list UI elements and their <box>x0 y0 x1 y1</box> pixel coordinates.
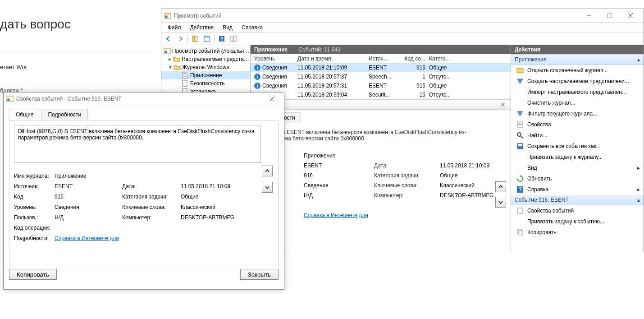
window-controls <box>579 9 641 22</box>
action-item[interactable]: Сохранить все события как... <box>511 141 644 152</box>
folder-icon <box>174 64 181 71</box>
col-id[interactable]: Код со... <box>404 55 425 62</box>
tree-log-application[interactable]: Приложение <box>161 71 250 79</box>
action-item[interactable]: Открыть сохраненный журнал... <box>511 65 644 76</box>
nav-down-button[interactable] <box>262 182 273 193</box>
action-item[interactable]: Фильтр текущего журнала... <box>511 108 644 119</box>
menu-help[interactable]: Справка <box>238 23 266 32</box>
actions-group-application[interactable]: Приложение ▴ <box>511 55 644 65</box>
svg-rect-17 <box>183 72 187 79</box>
action-icon <box>516 143 524 150</box>
chevron-down-icon[interactable]: ▾ <box>168 64 173 70</box>
cell-level: iСведения <box>254 83 294 89</box>
copy-button[interactable]: Копировать <box>9 269 57 280</box>
event-viewer-icon <box>164 47 171 55</box>
cell-id: 15 <box>404 92 425 98</box>
bg-separator <box>0 52 151 52</box>
properties-titlebar[interactable]: Свойства событий - Событие 916, ESENT <box>4 92 284 105</box>
cell-source: Securit... <box>369 92 400 98</box>
tree-root[interactable]: Просмотр событий (Локальный <box>161 47 250 55</box>
actions-scroll[interactable]: Приложение ▴ Открыть сохраненный журнал.… <box>511 54 644 252</box>
properties-button[interactable] <box>201 33 212 44</box>
tree-log-security-label: Безопасность <box>190 80 225 87</box>
grid-header-row[interactable]: Уровень Дата и время Источ... Код со... … <box>251 54 511 63</box>
svg-rect-1 <box>164 13 171 14</box>
table-row[interactable]: iСведения11.05.2018 21:10:09ESENT916Общи… <box>251 63 511 72</box>
event-viewer-icon <box>6 95 14 102</box>
properties-panel: DllHost (9076,G,0) В ESENT включена бета… <box>9 120 279 265</box>
properties-tab-general[interactable]: Общие <box>9 109 40 120</box>
action-item[interactable]: Обновить <box>511 173 644 184</box>
preview-nav <box>495 181 506 208</box>
actions-group-event[interactable]: Событие 916, ESENT ▴ <box>511 195 644 205</box>
info-icon: i <box>254 83 260 89</box>
event-viewer-titlebar[interactable]: Просмотр событий <box>161 9 644 23</box>
svg-rect-8 <box>195 36 198 42</box>
panel-toggle-button[interactable] <box>228 33 239 44</box>
svg-rect-4 <box>607 14 612 18</box>
bg-title: дать вопрос <box>0 17 71 32</box>
col-source[interactable]: Источ... <box>369 55 400 62</box>
cell-level: iСведения <box>254 65 294 71</box>
properties-close-button[interactable] <box>263 93 281 105</box>
cell-date: 11.05.2018 20:57:37 <box>297 74 365 80</box>
table-row[interactable]: 11.05.2018 20:53:04Securit...15Отсутс... <box>251 90 511 99</box>
forward-button[interactable] <box>175 33 186 44</box>
preview-description: 9076,G,0) В ESENT включена бета-версия к… <box>256 129 505 148</box>
action-item[interactable]: Копировать <box>511 227 644 238</box>
properties-help-link[interactable]: Справка в Интернете для <box>55 235 122 241</box>
nav-up-button[interactable] <box>262 166 273 176</box>
action-item[interactable]: Создать настраиваемое представлени... <box>511 76 644 87</box>
tree-windows-logs[interactable]: ▾ Журналы Windows <box>161 63 250 71</box>
action-item[interactable]: Свойства событий <box>511 205 644 216</box>
properties-tab-details[interactable]: Подробности <box>41 109 88 120</box>
nav-down-button[interactable] <box>495 197 506 208</box>
action-item[interactable]: Найти... <box>511 130 644 141</box>
svg-point-27 <box>517 133 521 136</box>
tree-configurable-views[interactable]: ▸ Настраиваемые представле... <box>161 55 250 63</box>
log-icon <box>182 80 189 87</box>
minimize-button[interactable] <box>579 9 599 22</box>
action-icon <box>516 110 524 117</box>
close-button[interactable]: Закрыть <box>240 269 279 280</box>
chevron-right-icon[interactable]: ▸ <box>168 56 173 62</box>
cell-id: 916 <box>404 65 425 71</box>
preview-close-button[interactable]: ✕ <box>499 102 507 108</box>
svg-rect-30 <box>518 144 522 146</box>
action-item[interactable]: Свойства <box>511 119 644 130</box>
show-tree-button[interactable] <box>190 33 201 44</box>
action-icon <box>516 78 524 85</box>
properties-description[interactable]: DllHost (9076,G,0) В ESENT включена бета… <box>14 125 261 163</box>
back-button[interactable] <box>163 33 174 44</box>
tree-log-security[interactable]: Безопасность <box>161 79 250 88</box>
menu-file[interactable]: Файл <box>164 23 185 32</box>
action-item[interactable]: Привязать задачу к журналу... <box>511 152 644 162</box>
collapse-icon[interactable]: ▴ <box>637 197 640 203</box>
cell-date: 11.05.2018 20:53:04 <box>297 92 365 98</box>
chevron-right-icon: ▸ <box>637 165 640 171</box>
svg-rect-14 <box>234 36 236 42</box>
preview-field-grid: нала: Приложение : ESENT Дата: 11.05.201… <box>256 153 505 218</box>
svg-line-28 <box>521 136 523 138</box>
table-row[interactable]: iСведения11.05.2018 20:57:37Speech...1От… <box>251 72 511 81</box>
collapse-icon[interactable]: ▴ <box>637 56 640 63</box>
info-icon: i <box>254 74 260 80</box>
close-button[interactable] <box>620 9 641 22</box>
col-category[interactable]: Катего... <box>429 55 461 62</box>
action-item[interactable]: Привязать задачу к событию... <box>511 216 644 227</box>
tree-log-application-label: Приложение <box>190 72 222 79</box>
nav-up-button[interactable] <box>495 181 506 192</box>
action-item[interactable]: Импорт настраиваемого представлен... <box>511 87 644 97</box>
col-level[interactable]: Уровень <box>254 55 294 62</box>
help-button[interactable]: ? <box>216 33 227 44</box>
action-item[interactable]: Очистить журнал... <box>511 97 644 108</box>
menu-action[interactable]: Действие <box>187 23 218 32</box>
action-item[interactable]: Вид▸ <box>511 162 644 173</box>
action-item[interactable]: ?Справка▸ <box>511 184 644 195</box>
preview-help-link[interactable]: Справка в Интернете для <box>304 212 371 218</box>
menu-view[interactable]: Вид <box>219 23 236 32</box>
col-date[interactable]: Дата и время <box>297 55 365 62</box>
cell-category: Общие <box>429 83 461 89</box>
maximize-button[interactable] <box>599 9 620 22</box>
table-row[interactable]: iСведения11.05.2018 20:57:31ESENT916Общи… <box>251 81 511 90</box>
